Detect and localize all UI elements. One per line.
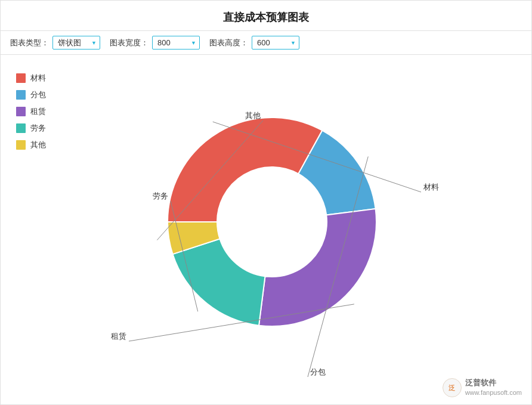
chart-type-label: 图表类型： [10, 38, 49, 48]
chart-height-item: 图表高度： 400 500 600 700 [209, 36, 299, 50]
chart-segment [173, 239, 265, 325]
chart-height-label: 图表高度： [209, 38, 248, 48]
watermark-logo-text: 泛 [449, 384, 455, 392]
legend-item: 分包 [16, 89, 52, 100]
chart-segment [168, 118, 322, 222]
chart-height-select[interactable]: 400 500 600 700 [252, 36, 299, 50]
chart-label-text: 其他 [245, 111, 261, 120]
watermark: 泛 泛普软件 www.fanpusoft.com [443, 378, 522, 397]
legend-label: 租赁 [30, 106, 46, 117]
legend-color-box [16, 123, 26, 133]
chart-segment [259, 209, 376, 326]
watermark-company: 泛普软件 [465, 378, 522, 388]
chart-width-select-wrapper: 600 700 800 900 [152, 36, 200, 50]
chart-type-item: 图表类型： 饼状图 柱状图 折线图 [10, 36, 100, 50]
chart-width-label: 图表宽度： [110, 38, 149, 48]
watermark-text: 泛普软件 www.fanpusoft.com [465, 378, 522, 397]
legend-color-box [16, 107, 26, 116]
legend-color-box [16, 73, 26, 83]
chart-type-select-wrapper: 饼状图 柱状图 折线图 [52, 36, 100, 50]
watermark-url: www.fanpusoft.com [465, 388, 522, 397]
chart-label-text: 租赁 [111, 332, 126, 341]
watermark-logo: 泛 [443, 378, 462, 397]
legend-color-box [16, 90, 26, 100]
legend-label: 分包 [30, 89, 46, 100]
chart-type-select[interactable]: 饼状图 柱状图 折线图 [52, 36, 100, 50]
chart-area: 材料分包租赁劳务其他 [58, 61, 522, 383]
page-container: 直接成本预算图表 图表类型： 饼状图 柱状图 折线图 图表宽度： 600 700… [0, 0, 532, 405]
legend-label: 材料 [30, 73, 46, 84]
legend-item: 劳务 [16, 123, 52, 134]
legend-item: 租赁 [16, 106, 52, 117]
main-content: 材料 分包 租赁 劳务 其他 材料分包租赁劳务其他 [1, 55, 531, 389]
chart-height-select-wrapper: 400 500 600 700 [252, 36, 299, 50]
legend-item: 材料 [16, 73, 52, 84]
page-title: 直接成本预算图表 [1, 1, 531, 30]
legend-item: 其他 [16, 140, 52, 150]
chart-width-select[interactable]: 600 700 800 900 [152, 36, 200, 50]
legend: 材料 分包 租赁 劳务 其他 [10, 61, 58, 383]
chart-width-item: 图表宽度： 600 700 800 900 [110, 36, 200, 50]
chart-label-text: 分包 [310, 367, 326, 376]
legend-color-box [16, 140, 26, 150]
chart-label-text: 材料 [423, 183, 439, 191]
legend-label: 劳务 [30, 123, 46, 134]
chart-label-text: 劳务 [153, 191, 168, 200]
donut-chart: 材料分包租赁劳务其他 [81, 61, 499, 383]
legend-label: 其他 [30, 140, 46, 150]
toolbar: 图表类型： 饼状图 柱状图 折线图 图表宽度： 600 700 800 900 [1, 30, 531, 55]
